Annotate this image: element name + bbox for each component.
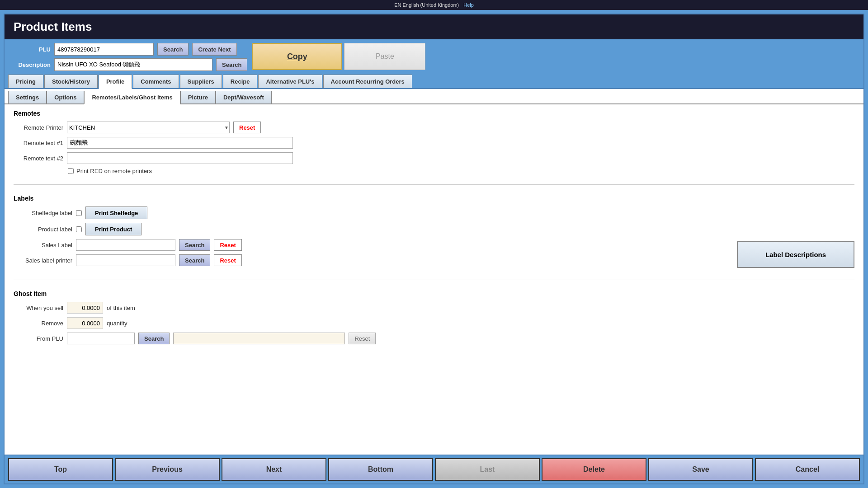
- sales-printer-row: Sales label printer Search Reset: [14, 254, 714, 266]
- product-label-row: Product label Print Product: [14, 223, 854, 235]
- tab-profile[interactable]: Profile: [99, 75, 132, 89]
- remote-printer-label: Remote Printer: [14, 124, 63, 131]
- remote-printer-reset-button[interactable]: Reset: [233, 122, 261, 133]
- sub-tab-settings[interactable]: Settings: [8, 91, 47, 103]
- sales-printer-input[interactable]: [76, 254, 175, 266]
- description-input[interactable]: [54, 58, 212, 71]
- sub-tab-dept-wavesoft[interactable]: Dept/Wavesoft: [216, 91, 272, 103]
- top-button[interactable]: Top: [8, 458, 113, 481]
- sales-label-reset-button[interactable]: Reset: [214, 239, 241, 251]
- tab-alternative-plus[interactable]: Alternative PLU's: [258, 75, 322, 88]
- remove-label: Remove: [14, 320, 63, 327]
- from-plu-search-button[interactable]: Search: [138, 333, 170, 344]
- product-label-text: Product label: [14, 226, 72, 233]
- from-plu-reset-button[interactable]: Reset: [349, 333, 376, 344]
- remote-text2-row: Remote text #2: [14, 152, 854, 164]
- sales-printer-label: Sales label printer: [14, 257, 72, 264]
- label-descriptions-area: Label Descriptions: [728, 241, 854, 268]
- when-you-sell-row: When you sell of this item: [14, 302, 854, 314]
- tab-recipe[interactable]: Recipe: [223, 75, 258, 88]
- from-plu-input[interactable]: [67, 333, 135, 344]
- bottom-button[interactable]: Bottom: [328, 458, 433, 481]
- sales-label-row: Sales Label Search Reset: [14, 239, 714, 251]
- last-button[interactable]: Last: [435, 458, 540, 481]
- labels-title: Labels: [14, 195, 854, 202]
- sub-tabs-row: Settings Options Remotes/Labels/Ghost It…: [5, 89, 863, 104]
- remote-printer-select[interactable]: KITCHEN: [67, 122, 230, 133]
- main-tabs-row: Pricing Stock/History Profile Comments S…: [5, 75, 863, 89]
- tab-account-recurring[interactable]: Account Recurring Orders: [323, 75, 412, 88]
- ghost-item-title: Ghost Item: [14, 290, 854, 297]
- top-bar: EN English (United Kingdom) Help: [0, 0, 868, 10]
- product-label-checkbox[interactable]: [76, 226, 82, 232]
- plu-search-button[interactable]: Search: [157, 43, 189, 56]
- window-inner: Product Items PLU Search Create Next Des…: [4, 14, 864, 484]
- remotes-title: Remotes: [14, 110, 854, 117]
- sales-inputs: Sales Label Search Reset Sales label pri…: [14, 239, 714, 270]
- save-button[interactable]: Save: [648, 458, 753, 481]
- labels-section: Labels Shelfedge label Print Shelfedge P…: [5, 189, 863, 275]
- shelfedge-row: Shelfedge label Print Shelfedge: [14, 206, 854, 219]
- print-shelfedge-button[interactable]: Print Shelfedge: [85, 206, 147, 219]
- paste-button[interactable]: Paste: [344, 43, 425, 70]
- plu-row: PLU Search Create Next: [10, 43, 247, 56]
- help-link[interactable]: Help: [463, 2, 474, 8]
- remote-text2-label: Remote text #2: [14, 155, 63, 162]
- remote-printer-dropdown-wrapper: KITCHEN ▼: [67, 122, 230, 133]
- remove-row: Remove quantity: [14, 317, 854, 329]
- desc-label: Description: [10, 61, 51, 68]
- remote-text1-label: Remote text #1: [14, 140, 63, 146]
- copy-button[interactable]: Copy: [252, 43, 342, 70]
- sales-label-input[interactable]: [76, 239, 175, 251]
- print-product-button[interactable]: Print Product: [85, 223, 142, 235]
- sub-tab-remotes-labels[interactable]: Remotes/Labels/Ghost Items: [84, 91, 180, 104]
- sub-tab-options[interactable]: Options: [47, 91, 84, 103]
- from-plu-row: From PLU Search Reset: [14, 333, 854, 344]
- print-red-checkbox[interactable]: [68, 168, 74, 174]
- cancel-button[interactable]: Cancel: [755, 458, 860, 481]
- delete-button[interactable]: Delete: [542, 458, 646, 481]
- shelfedge-label: Shelfedge label: [14, 210, 72, 216]
- quantity-text: quantity: [107, 320, 127, 327]
- from-plu-label: From PLU: [14, 335, 63, 342]
- header-top-row: PLU Search Create Next Description Searc…: [10, 43, 858, 71]
- tab-pricing[interactable]: Pricing: [8, 75, 43, 88]
- desc-row: Description Search: [10, 58, 247, 71]
- remote-printer-row: Remote Printer KITCHEN ▼ Reset: [14, 122, 854, 133]
- sales-printer-search-button[interactable]: Search: [179, 254, 210, 266]
- of-this-item-text: of this item: [107, 305, 135, 311]
- next-button[interactable]: Next: [222, 458, 326, 481]
- when-you-sell-label: When you sell: [14, 305, 63, 311]
- remove-input[interactable]: [67, 317, 103, 329]
- shelfedge-checkbox[interactable]: [76, 210, 82, 216]
- print-red-label: Print RED on remote printers: [76, 168, 152, 174]
- sales-label-area: Sales Label Search Reset Sales label pri…: [14, 239, 854, 270]
- label-descriptions-button[interactable]: Label Descriptions: [737, 241, 854, 268]
- tab-stock-history[interactable]: Stock/History: [44, 75, 98, 88]
- tab-suppliers[interactable]: Suppliers: [180, 75, 222, 88]
- create-next-button[interactable]: Create Next: [192, 43, 236, 56]
- content-area: Settings Options Remotes/Labels/Ghost It…: [5, 89, 863, 455]
- copy-paste-group: Copy Paste: [252, 43, 425, 70]
- tab-comments[interactable]: Comments: [133, 75, 179, 88]
- sales-printer-reset-button[interactable]: Reset: [214, 254, 241, 266]
- sales-label-search-button[interactable]: Search: [179, 239, 210, 251]
- from-plu-desc-input[interactable]: [173, 333, 345, 344]
- ghost-item-section: Ghost Item When you sell of this item Re…: [5, 285, 863, 353]
- bottom-bar: Top Previous Next Bottom Last Delete Sav…: [5, 455, 863, 483]
- print-red-row: Print RED on remote printers: [68, 168, 854, 174]
- when-you-sell-input[interactable]: [67, 302, 103, 314]
- plu-label: PLU: [10, 46, 51, 53]
- main-window: Product Items PLU Search Create Next Des…: [0, 10, 868, 488]
- remote-text2-input[interactable]: [67, 152, 293, 164]
- remotes-section: Remotes Remote Printer KITCHEN ▼ Reset R…: [5, 104, 863, 180]
- plu-input[interactable]: [54, 43, 154, 56]
- sub-tab-picture[interactable]: Picture: [180, 91, 216, 103]
- labels-divider: [14, 280, 854, 280]
- desc-search-button[interactable]: Search: [216, 58, 247, 71]
- remote-text1-row: Remote text #1: [14, 137, 854, 149]
- plu-desc-section: PLU Search Create Next Description Searc…: [10, 43, 247, 71]
- remote-text1-input[interactable]: [67, 137, 293, 149]
- previous-button[interactable]: Previous: [115, 458, 220, 481]
- sales-label-text: Sales Label: [14, 242, 72, 249]
